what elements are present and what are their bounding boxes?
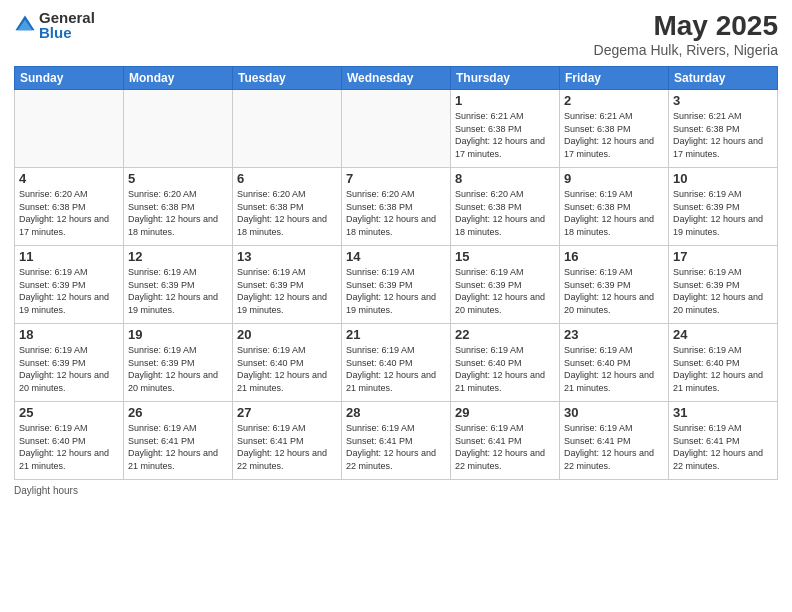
- day-cell: 12Sunrise: 6:19 AM Sunset: 6:39 PM Dayli…: [124, 246, 233, 324]
- day-info: Sunrise: 6:21 AM Sunset: 6:38 PM Dayligh…: [564, 110, 664, 160]
- day-cell: [15, 90, 124, 168]
- subtitle: Degema Hulk, Rivers, Nigeria: [594, 42, 778, 58]
- day-cell: 3Sunrise: 6:21 AM Sunset: 6:38 PM Daylig…: [669, 90, 778, 168]
- header-row: SundayMondayTuesdayWednesdayThursdayFrid…: [15, 67, 778, 90]
- day-number: 15: [455, 249, 555, 264]
- day-info: Sunrise: 6:20 AM Sunset: 6:38 PM Dayligh…: [237, 188, 337, 238]
- day-number: 11: [19, 249, 119, 264]
- day-info: Sunrise: 6:19 AM Sunset: 6:40 PM Dayligh…: [673, 344, 773, 394]
- day-info: Sunrise: 6:20 AM Sunset: 6:38 PM Dayligh…: [19, 188, 119, 238]
- day-cell: 30Sunrise: 6:19 AM Sunset: 6:41 PM Dayli…: [560, 402, 669, 480]
- week-row-4: 25Sunrise: 6:19 AM Sunset: 6:40 PM Dayli…: [15, 402, 778, 480]
- day-cell: [124, 90, 233, 168]
- day-info: Sunrise: 6:19 AM Sunset: 6:39 PM Dayligh…: [19, 266, 119, 316]
- day-cell: 27Sunrise: 6:19 AM Sunset: 6:41 PM Dayli…: [233, 402, 342, 480]
- day-number: 26: [128, 405, 228, 420]
- page: General Blue May 2025 Degema Hulk, River…: [0, 0, 792, 612]
- day-info: Sunrise: 6:19 AM Sunset: 6:41 PM Dayligh…: [346, 422, 446, 472]
- day-cell: 10Sunrise: 6:19 AM Sunset: 6:39 PM Dayli…: [669, 168, 778, 246]
- day-cell: 31Sunrise: 6:19 AM Sunset: 6:41 PM Dayli…: [669, 402, 778, 480]
- day-number: 19: [128, 327, 228, 342]
- day-info: Sunrise: 6:19 AM Sunset: 6:39 PM Dayligh…: [673, 188, 773, 238]
- day-cell: 11Sunrise: 6:19 AM Sunset: 6:39 PM Dayli…: [15, 246, 124, 324]
- day-number: 13: [237, 249, 337, 264]
- day-number: 6: [237, 171, 337, 186]
- day-number: 5: [128, 171, 228, 186]
- day-cell: 29Sunrise: 6:19 AM Sunset: 6:41 PM Dayli…: [451, 402, 560, 480]
- day-number: 17: [673, 249, 773, 264]
- day-cell: [342, 90, 451, 168]
- day-info: Sunrise: 6:19 AM Sunset: 6:40 PM Dayligh…: [237, 344, 337, 394]
- day-cell: 13Sunrise: 6:19 AM Sunset: 6:39 PM Dayli…: [233, 246, 342, 324]
- day-number: 30: [564, 405, 664, 420]
- day-number: 27: [237, 405, 337, 420]
- day-info: Sunrise: 6:20 AM Sunset: 6:38 PM Dayligh…: [455, 188, 555, 238]
- day-cell: 2Sunrise: 6:21 AM Sunset: 6:38 PM Daylig…: [560, 90, 669, 168]
- day-info: Sunrise: 6:19 AM Sunset: 6:41 PM Dayligh…: [237, 422, 337, 472]
- title-block: May 2025 Degema Hulk, Rivers, Nigeria: [594, 10, 778, 58]
- logo-blue: Blue: [39, 25, 95, 40]
- day-info: Sunrise: 6:19 AM Sunset: 6:41 PM Dayligh…: [455, 422, 555, 472]
- day-number: 29: [455, 405, 555, 420]
- day-info: Sunrise: 6:19 AM Sunset: 6:39 PM Dayligh…: [19, 344, 119, 394]
- day-number: 31: [673, 405, 773, 420]
- week-row-0: 1Sunrise: 6:21 AM Sunset: 6:38 PM Daylig…: [15, 90, 778, 168]
- day-info: Sunrise: 6:19 AM Sunset: 6:39 PM Dayligh…: [128, 266, 228, 316]
- day-number: 20: [237, 327, 337, 342]
- main-title: May 2025: [594, 10, 778, 42]
- day-cell: 21Sunrise: 6:19 AM Sunset: 6:40 PM Dayli…: [342, 324, 451, 402]
- day-info: Sunrise: 6:19 AM Sunset: 6:40 PM Dayligh…: [19, 422, 119, 472]
- day-cell: 7Sunrise: 6:20 AM Sunset: 6:38 PM Daylig…: [342, 168, 451, 246]
- footer-note: Daylight hours: [14, 485, 778, 496]
- day-cell: 4Sunrise: 6:20 AM Sunset: 6:38 PM Daylig…: [15, 168, 124, 246]
- day-number: 16: [564, 249, 664, 264]
- logo-icon: [14, 14, 36, 36]
- calendar-table: SundayMondayTuesdayWednesdayThursdayFrid…: [14, 66, 778, 480]
- logo-text: General Blue: [39, 10, 95, 40]
- day-cell: 17Sunrise: 6:19 AM Sunset: 6:39 PM Dayli…: [669, 246, 778, 324]
- day-info: Sunrise: 6:20 AM Sunset: 6:38 PM Dayligh…: [346, 188, 446, 238]
- day-cell: 14Sunrise: 6:19 AM Sunset: 6:39 PM Dayli…: [342, 246, 451, 324]
- day-number: 7: [346, 171, 446, 186]
- day-number: 4: [19, 171, 119, 186]
- week-row-2: 11Sunrise: 6:19 AM Sunset: 6:39 PM Dayli…: [15, 246, 778, 324]
- week-row-3: 18Sunrise: 6:19 AM Sunset: 6:39 PM Dayli…: [15, 324, 778, 402]
- day-number: 3: [673, 93, 773, 108]
- logo-general: General: [39, 10, 95, 25]
- day-cell: 22Sunrise: 6:19 AM Sunset: 6:40 PM Dayli…: [451, 324, 560, 402]
- day-number: 2: [564, 93, 664, 108]
- day-number: 12: [128, 249, 228, 264]
- day-cell: 26Sunrise: 6:19 AM Sunset: 6:41 PM Dayli…: [124, 402, 233, 480]
- day-info: Sunrise: 6:19 AM Sunset: 6:39 PM Dayligh…: [673, 266, 773, 316]
- day-number: 23: [564, 327, 664, 342]
- day-info: Sunrise: 6:19 AM Sunset: 6:40 PM Dayligh…: [564, 344, 664, 394]
- day-info: Sunrise: 6:19 AM Sunset: 6:41 PM Dayligh…: [128, 422, 228, 472]
- day-cell: 24Sunrise: 6:19 AM Sunset: 6:40 PM Dayli…: [669, 324, 778, 402]
- day-info: Sunrise: 6:19 AM Sunset: 6:40 PM Dayligh…: [346, 344, 446, 394]
- logo: General Blue: [14, 10, 95, 40]
- header-sunday: Sunday: [15, 67, 124, 90]
- day-cell: 1Sunrise: 6:21 AM Sunset: 6:38 PM Daylig…: [451, 90, 560, 168]
- day-number: 28: [346, 405, 446, 420]
- header: General Blue May 2025 Degema Hulk, River…: [14, 10, 778, 58]
- header-tuesday: Tuesday: [233, 67, 342, 90]
- day-info: Sunrise: 6:19 AM Sunset: 6:39 PM Dayligh…: [346, 266, 446, 316]
- day-cell: [233, 90, 342, 168]
- day-info: Sunrise: 6:19 AM Sunset: 6:39 PM Dayligh…: [564, 266, 664, 316]
- day-cell: 15Sunrise: 6:19 AM Sunset: 6:39 PM Dayli…: [451, 246, 560, 324]
- header-friday: Friday: [560, 67, 669, 90]
- day-number: 24: [673, 327, 773, 342]
- day-info: Sunrise: 6:19 AM Sunset: 6:40 PM Dayligh…: [455, 344, 555, 394]
- day-number: 8: [455, 171, 555, 186]
- day-info: Sunrise: 6:19 AM Sunset: 6:41 PM Dayligh…: [673, 422, 773, 472]
- day-number: 14: [346, 249, 446, 264]
- day-number: 21: [346, 327, 446, 342]
- day-number: 9: [564, 171, 664, 186]
- day-cell: 6Sunrise: 6:20 AM Sunset: 6:38 PM Daylig…: [233, 168, 342, 246]
- day-cell: 16Sunrise: 6:19 AM Sunset: 6:39 PM Dayli…: [560, 246, 669, 324]
- header-wednesday: Wednesday: [342, 67, 451, 90]
- day-cell: 18Sunrise: 6:19 AM Sunset: 6:39 PM Dayli…: [15, 324, 124, 402]
- day-cell: 25Sunrise: 6:19 AM Sunset: 6:40 PM Dayli…: [15, 402, 124, 480]
- day-number: 22: [455, 327, 555, 342]
- day-number: 10: [673, 171, 773, 186]
